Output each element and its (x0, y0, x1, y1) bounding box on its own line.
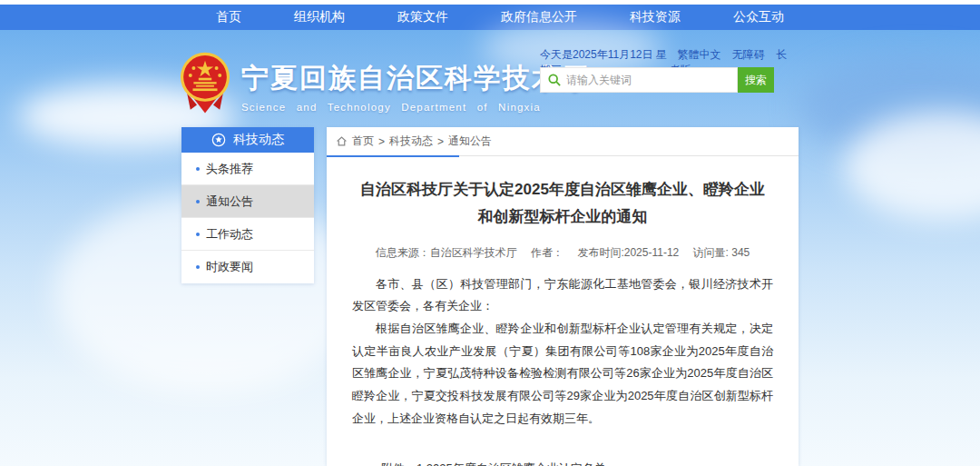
sidebar: 科技动态 头条推荐 通知公告 工作动态 时政要闻 (181, 127, 314, 283)
meta-publish-time: 发布时间:2025-11-12 (577, 246, 679, 259)
attachments-list: 1.2025年度自治区雏鹰企业认定名单 2.2025年度自治区瞪羚企业认定名单 … (416, 461, 642, 466)
search-box (540, 67, 738, 93)
bullet-icon (196, 200, 200, 203)
sidebar-item-politics-news[interactable]: 时政要闻 (181, 251, 314, 283)
search-icon (548, 74, 561, 86)
traditional-chinese-link[interactable]: 繁體中文 (677, 48, 720, 61)
article-paragraph: 各市、县（区）科技管理部门，宁东能源化工基地管委会，银川经济技术开发区管委会，各… (352, 273, 773, 318)
nav-item-home[interactable]: 首页 (216, 9, 241, 25)
home-icon (336, 135, 348, 147)
breadcrumb-separator: > (437, 135, 444, 148)
attachments-block: 附件： 1.2025年度自治区雏鹰企业认定名单 2.2025年度自治区瞪羚企业认… (381, 461, 799, 466)
breadcrumb-notices[interactable]: 通知公告 (448, 134, 492, 149)
accessibility-link[interactable]: 无障碍 (732, 48, 765, 61)
article-meta: 信息来源：自治区科学技术厅 作者： 发布时间:2025-11-12 访问量: 3… (327, 245, 799, 261)
site-title-block: 宁夏回族自治区科学技术厅 Science and Technology Depa… (241, 60, 590, 113)
sidebar-item-notices[interactable]: 通知公告 (181, 185, 314, 218)
breadcrumb: 首页 > 科技动态 > 通知公告 (327, 127, 799, 156)
nav-item-policy[interactable]: 政策文件 (397, 9, 448, 25)
nav-item-organization[interactable]: 组织机构 (294, 9, 345, 25)
article-title: 自治区科技厅关于认定2025年度自治区雏鹰企业、瞪羚企业 和创新型标杆企业的通知 (354, 176, 771, 231)
sidebar-header: 科技动态 (181, 127, 314, 153)
attachments-label: 附件： (381, 461, 416, 466)
meta-author: 作者： (531, 246, 564, 259)
bullet-icon (196, 233, 200, 236)
nav-item-sci-resources[interactable]: 科技资源 (630, 9, 681, 25)
page: 首页 组织机构 政策文件 政府信息公开 科技资源 公众互动 (0, 0, 980, 466)
article-body: 各市、县（区）科技管理部门，宁东能源化工基地管委会，银川经济技术开发区管委会，各… (352, 273, 773, 431)
breadcrumb-sci-trends[interactable]: 科技动态 (389, 134, 433, 149)
search-bar: 搜索 (540, 67, 774, 93)
star-circle-icon (211, 133, 226, 147)
breadcrumb-home[interactable]: 首页 (352, 134, 374, 149)
breadcrumb-active-underline (327, 155, 459, 157)
site-subtitle: Science and Technology Department of Nin… (241, 102, 590, 113)
bullet-icon (196, 265, 200, 269)
attachment-link-eagle-list[interactable]: 1.2025年度自治区雏鹰企业认定名单 (416, 461, 642, 466)
search-button[interactable]: 搜索 (738, 67, 774, 93)
meta-source: 信息来源：自治区科学技术厅 (376, 246, 517, 259)
sidebar-item-headline[interactable]: 头条推荐 (181, 153, 314, 185)
site-title: 宁夏回族自治区科学技术厅 (241, 60, 590, 97)
sidebar-title: 科技动态 (233, 132, 284, 148)
article-paragraph: 根据自治区雏鹰企业、瞪羚企业和创新型标杆企业认定管理有关规定，决定认定半亩良人农… (352, 318, 773, 430)
top-navbar: 首页 组织机构 政策文件 政府信息公开 科技资源 公众互动 (0, 5, 980, 30)
national-emblem-logo (179, 51, 231, 116)
breadcrumb-separator: > (378, 135, 385, 148)
search-input[interactable] (566, 74, 730, 86)
meta-visits: 访问量: 345 (693, 246, 750, 259)
nav-item-public-interaction[interactable]: 公众互动 (733, 9, 784, 25)
bullet-icon (196, 167, 200, 171)
main-content-panel: 首页 > 科技动态 > 通知公告 自治区科技厅关于认定2025年度自治区雏鹰企业… (327, 127, 799, 466)
sidebar-item-work-trends[interactable]: 工作动态 (181, 218, 314, 251)
